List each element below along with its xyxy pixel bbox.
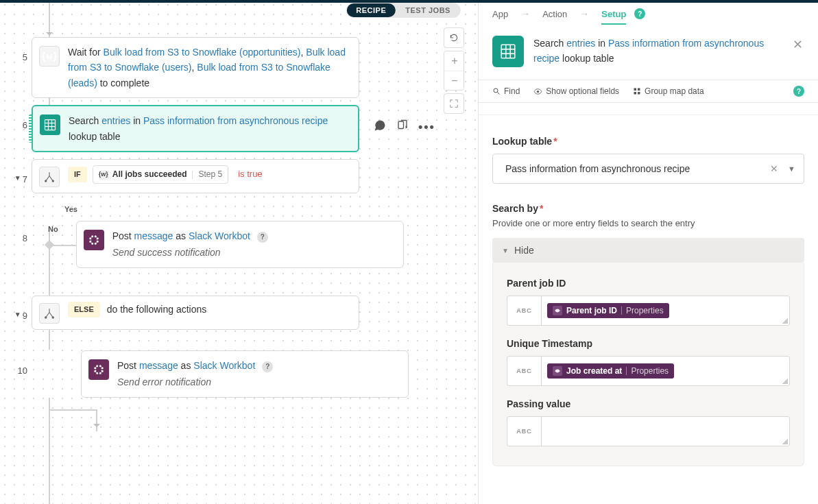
chevron-down-icon[interactable]: ▼ [781, 165, 797, 173]
chevron-right-icon: → [579, 8, 589, 19]
slack-icon [88, 359, 109, 380]
search-fields: Parent job ID ABC Parent job ID Properti… [492, 263, 804, 466]
text: to complete [97, 77, 149, 88]
help-icon[interactable]: ? [634, 8, 645, 19]
condition-main: All jobs succeeded [112, 168, 187, 181]
resize-handle[interactable] [782, 379, 788, 384]
step-if[interactable]: IF {w} All jobs succeeded Step 5 is true [32, 159, 359, 193]
datapill[interactable]: Job created at Properties [547, 363, 674, 379]
svg-point-19 [537, 90, 539, 92]
text: Search [69, 115, 101, 126]
step-search-lookup[interactable]: Search entries in Pass information from … [32, 105, 359, 152]
tab-recipe[interactable]: RECIPE [346, 3, 396, 17]
comment-icon[interactable] [373, 119, 387, 136]
if-chip: IF [68, 167, 87, 183]
crumb-action[interactable]: Action [542, 9, 567, 19]
step-number: 10 [18, 365, 27, 376]
recipe-canvas: + − 5 {w} Wait for Bulk load from S3 to … [0, 0, 478, 504]
svg-point-17 [494, 88, 498, 93]
step-post-error[interactable]: Post message as Slack Workbot ? Send err… [81, 350, 409, 398]
unique-timestamp-label: Unique Timestamp [507, 338, 790, 349]
type-badge: ABC [507, 357, 542, 385]
text: Wait for [68, 47, 104, 58]
passing-value-input[interactable]: ABC [507, 416, 790, 446]
chevron-right-icon: → [520, 8, 530, 19]
yes-label: Yes [64, 205, 77, 213]
crumb-app[interactable]: App [492, 9, 508, 19]
condition-pill[interactable]: {w} All jobs succeeded Step 5 [93, 165, 228, 184]
lookup-table-select[interactable]: Pass information from asynchronous recip… [492, 154, 804, 184]
svg-rect-21 [638, 88, 640, 91]
panel-header: Search entries in Pass information from … [479, 26, 818, 80]
step-number: 7 [23, 174, 27, 184]
condition-truth: is true [238, 167, 262, 182]
step-number: 6 [23, 120, 27, 130]
step-number: 5 [23, 52, 27, 62]
resize-handle[interactable] [782, 318, 788, 324]
text: as [173, 230, 189, 241]
hide-toggle[interactable]: ▼ Hide [492, 238, 804, 263]
step-action-toolbar: ••• [373, 119, 435, 136]
crumb-setup[interactable]: Setup [601, 9, 626, 25]
text: Post [117, 360, 139, 371]
text: do the following actions [107, 302, 207, 317]
clear-icon[interactable]: ✕ [767, 160, 781, 177]
resize-handle[interactable] [782, 439, 788, 444]
copy-step-icon[interactable] [396, 119, 409, 135]
help-icon[interactable]: ? [257, 232, 268, 243]
table-icon [492, 36, 524, 67]
collapse-icon[interactable]: ▼ [14, 311, 21, 318]
more-icon[interactable]: ••• [418, 120, 435, 134]
link[interactable]: entries [101, 115, 130, 126]
link[interactable]: entries [566, 38, 595, 49]
collapse-icon[interactable]: ▼ [14, 174, 21, 182]
link[interactable]: message [139, 360, 178, 371]
step-description: Send success notification [112, 245, 268, 260]
svg-point-7 [45, 180, 47, 182]
searchby-label: Search by* [492, 203, 804, 214]
unique-timestamp-input[interactable]: ABC Job created at Properties [507, 356, 790, 386]
datapill[interactable]: Parent job ID Properties [547, 303, 669, 318]
searchby-help: Provide one or more entry fields to sear… [492, 218, 804, 228]
pill-source-icon [553, 366, 562, 376]
panel-toolbar: Find Show optional fields Group map data… [479, 80, 818, 103]
svg-rect-0 [45, 120, 56, 130]
step-post-success[interactable]: Post message as Slack Workbot ? Send suc… [76, 221, 404, 268]
text: as [178, 360, 194, 371]
svg-rect-22 [634, 92, 637, 95]
step-wait[interactable]: {w} Wait for Bulk load from S3 to Snowfl… [32, 37, 359, 98]
text: in [130, 115, 143, 126]
text: Search [533, 38, 566, 49]
parent-job-id-input[interactable]: ABC Parent job ID Properties [507, 296, 790, 326]
step-else[interactable]: ELSE do the following actions [32, 296, 359, 330]
branch-icon [39, 303, 60, 324]
tab-test-jobs[interactable]: TEST JOBS [396, 3, 460, 17]
find-button[interactable]: Find [492, 86, 520, 96]
link[interactable]: Pass information from asynchronous recip… [143, 115, 328, 126]
chevron-down-icon: ▼ [502, 247, 509, 254]
parent-job-id-label: Parent job ID [507, 278, 790, 289]
select-value: Pass information from asynchronous recip… [505, 163, 690, 174]
link[interactable]: Slack Workbot [193, 360, 255, 371]
condition-step: Step 5 [198, 168, 222, 181]
wait-icon: {w} [39, 46, 60, 67]
text: lookup table [69, 131, 121, 142]
step-number: 8 [23, 233, 27, 243]
help-icon[interactable]: ? [262, 361, 273, 372]
link[interactable]: message [134, 230, 173, 241]
branch-icon [39, 167, 60, 187]
svg-line-18 [498, 93, 500, 95]
help-icon[interactable]: ? [793, 86, 804, 97]
svg-rect-20 [634, 88, 637, 91]
text: Post [112, 230, 134, 241]
svg-point-10 [45, 317, 47, 318]
link[interactable]: Slack Workbot [189, 230, 250, 241]
group-map-button[interactable]: Group map data [633, 86, 704, 96]
text: lookup table [560, 53, 614, 64]
svg-rect-23 [638, 92, 640, 95]
close-icon[interactable]: ✕ [791, 36, 804, 53]
show-optional-button[interactable]: Show optional fields [533, 86, 619, 96]
link[interactable]: Bulk load from S3 to Snowflake (opportun… [104, 47, 301, 58]
svg-point-8 [52, 180, 53, 182]
config-panel: App → Action → Setup ? Search entries in… [478, 0, 818, 504]
